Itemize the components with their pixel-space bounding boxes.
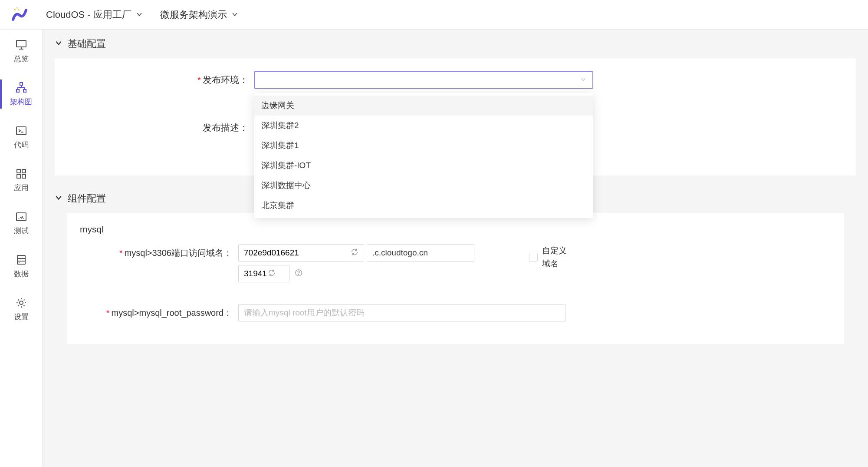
sidebar-item-label: 设置 xyxy=(14,312,29,322)
svg-rect-21 xyxy=(17,255,25,264)
sidebar-item-apps[interactable]: 应用 xyxy=(0,167,42,193)
sidebar-item-label: 测试 xyxy=(14,226,29,236)
svg-point-27 xyxy=(20,301,23,305)
svg-rect-15 xyxy=(17,169,20,173)
sidebar-item-label: 应用 xyxy=(14,183,29,193)
dropdown-item[interactable]: 深圳集群1 xyxy=(254,136,593,156)
sidebar-item-label: 总览 xyxy=(14,54,29,64)
grid-icon xyxy=(15,167,28,180)
mysql-port-input[interactable] xyxy=(238,265,289,282)
sitemap-icon xyxy=(15,81,28,94)
mysql-host-input[interactable] xyxy=(238,244,364,262)
mysql-password-input[interactable] xyxy=(238,304,566,321)
svg-point-29 xyxy=(298,274,299,275)
env-select[interactable] xyxy=(254,71,593,89)
mysql-password-label: *mysql>mysql_root_password： xyxy=(80,304,238,321)
dropdown-item[interactable]: 深圳数据中心 xyxy=(254,176,593,195)
mysql-port-label: *mysql>3306端口访问域名： xyxy=(80,244,238,262)
desc-label: 发布描述： xyxy=(72,119,254,136)
sidebar-item-settings[interactable]: 设置 xyxy=(0,296,42,322)
sidebar-item-overview[interactable]: 总览 xyxy=(0,38,42,64)
chevron-down-icon xyxy=(580,76,586,85)
svg-rect-3 xyxy=(16,40,26,47)
breadcrumb-app[interactable]: CloudOS - 应用工厂 xyxy=(46,8,143,21)
breadcrumb-project-label: 微服务架构演示 xyxy=(160,8,227,21)
breadcrumb-project[interactable]: 微服务架构演示 xyxy=(160,8,238,21)
section-basic-body: *发布环境： 边缘网关 深圳集群2 深圳集群1 深圳集群-IOT 深圳数据中心 xyxy=(55,58,856,176)
sidebar: 总览 架构图 代码 应用 测试 xyxy=(0,30,43,467)
gear-icon xyxy=(15,296,28,309)
component-name: mysql xyxy=(80,224,831,235)
svg-point-1 xyxy=(16,7,18,8)
required-icon: * xyxy=(106,308,110,318)
component-mysql-card: mysql *mysql>3306端口访问域名： xyxy=(67,213,844,344)
svg-line-20 xyxy=(21,216,23,219)
sidebar-item-code[interactable]: 代码 xyxy=(0,124,42,150)
dropdown-item[interactable]: 边缘网关 xyxy=(254,96,593,116)
sidebar-item-label: 架构图 xyxy=(10,97,32,107)
sidebar-item-label: 数据 xyxy=(14,269,29,279)
database-icon xyxy=(15,253,28,266)
gauge-icon xyxy=(15,210,28,223)
terminal-icon xyxy=(15,124,28,137)
custom-domain-label: 自定义域名 xyxy=(542,244,568,270)
svg-rect-8 xyxy=(23,89,26,92)
sidebar-item-architecture[interactable]: 架构图 xyxy=(0,81,42,107)
section-title: 基础配置 xyxy=(68,37,106,50)
header: CloudOS - 应用工厂 微服务架构演示 xyxy=(0,0,868,30)
logo xyxy=(10,6,29,24)
chevron-down-icon xyxy=(55,193,62,204)
section-basic-header[interactable]: 基础配置 xyxy=(43,30,868,58)
dropdown-item[interactable]: 深圳集群2 xyxy=(254,116,593,136)
mysql-domain-suffix: .c.cloudtogo.cn xyxy=(367,244,474,262)
section-title: 组件配置 xyxy=(68,192,106,205)
env-dropdown: 边缘网关 深圳集群2 深圳集群1 深圳集群-IOT 深圳数据中心 北京集群 xyxy=(254,93,593,218)
svg-rect-18 xyxy=(22,175,26,178)
svg-rect-13 xyxy=(16,127,26,135)
svg-point-0 xyxy=(14,9,16,10)
svg-rect-16 xyxy=(22,169,26,173)
dropdown-item[interactable]: 北京集群 xyxy=(254,195,593,215)
main-content: 基础配置 *发布环境： 边缘网关 深圳集群2 深圳集群1 xyxy=(43,30,868,467)
required-icon: * xyxy=(197,75,201,85)
svg-rect-17 xyxy=(17,175,20,178)
svg-point-2 xyxy=(18,9,20,10)
help-icon[interactable] xyxy=(295,269,302,279)
refresh-icon[interactable] xyxy=(351,248,358,258)
breadcrumb-app-label: CloudOS - 应用工厂 xyxy=(46,8,132,21)
svg-rect-7 xyxy=(16,89,19,92)
chevron-down-icon xyxy=(55,38,62,50)
svg-rect-6 xyxy=(20,83,23,85)
sidebar-item-data[interactable]: 数据 xyxy=(0,253,42,279)
env-label: *发布环境： xyxy=(72,71,254,89)
sidebar-item-test[interactable]: 测试 xyxy=(0,210,42,236)
custom-domain-checkbox[interactable] xyxy=(529,253,538,262)
dropdown-item[interactable]: 深圳集群-IOT xyxy=(254,156,593,176)
chevron-down-icon xyxy=(231,9,238,20)
chevron-down-icon xyxy=(136,9,143,20)
monitor-icon xyxy=(15,38,28,51)
sidebar-item-label: 代码 xyxy=(14,140,29,150)
svg-rect-19 xyxy=(16,213,26,221)
required-icon: * xyxy=(119,248,123,258)
refresh-icon[interactable] xyxy=(268,269,276,279)
